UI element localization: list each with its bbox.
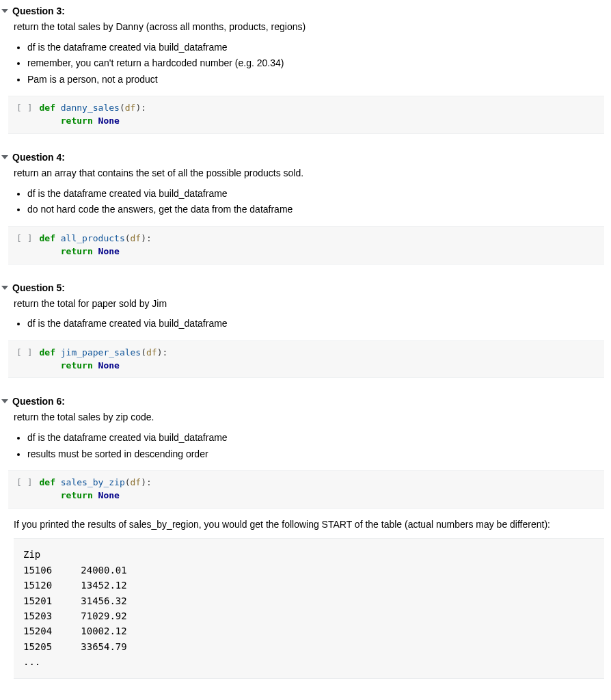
section-body: return the total for paper sold by Jimdf…	[14, 297, 604, 379]
section-body: return an array that contains the set of…	[14, 167, 604, 264]
section-body: return the total sales by zip code.df is…	[14, 411, 604, 678]
cell-execution-prompt[interactable]: [ ]	[16, 102, 39, 113]
caret-down-icon	[1, 155, 8, 159]
section-header[interactable]: Question 3:	[0, 0, 604, 16]
code-cell[interactable]: [ ]def sales_by_zip(df): return None	[8, 470, 604, 509]
keyword-def: def	[39, 477, 55, 487]
question-title: Question 5:	[12, 282, 65, 293]
keyword-def: def	[39, 103, 55, 113]
keyword-return: return	[61, 116, 93, 126]
bullet-list: df is the dataframe created via build_da…	[27, 187, 604, 217]
question-section: Question 6:return the total sales by zip…	[0, 390, 604, 678]
bullet-item: do not hard code the answers, get the da…	[27, 203, 604, 217]
code-content[interactable]: def sales_by_zip(df): return None	[39, 476, 151, 502]
cell-execution-prompt[interactable]: [ ]	[16, 347, 39, 358]
code-cell[interactable]: [ ]def danny_sales(df): return None	[8, 96, 604, 134]
question-title: Question 4:	[12, 152, 65, 163]
function-name: sales_by_zip	[61, 477, 125, 487]
function-name: all_products	[61, 233, 125, 243]
function-name: jim_paper_sales	[61, 347, 141, 358]
bullet-item: remember, you can't return a hardcoded n…	[27, 57, 604, 70]
sample-output: Zip 15106 24000.01 15120 13452.12 15201 …	[14, 538, 604, 678]
caret-down-icon	[1, 286, 8, 290]
keyword-def: def	[39, 347, 55, 358]
keyword-return: return	[61, 246, 93, 256]
builtin-none: None	[98, 246, 120, 256]
builtin-none: None	[98, 360, 120, 371]
bullet-item: df is the dataframe created via build_da…	[27, 187, 604, 201]
caret-down-icon	[1, 399, 8, 403]
caret-down-icon	[1, 9, 8, 13]
bullet-list: df is the dataframe created via build_da…	[27, 41, 604, 87]
question-description: return an array that contains the set of…	[14, 167, 604, 180]
builtin-none: None	[98, 116, 120, 126]
code-content[interactable]: def jim_paper_sales(df): return None	[39, 347, 167, 373]
bullet-item: df is the dataframe created via build_da…	[27, 431, 604, 445]
code-content[interactable]: def all_products(df): return None	[39, 232, 151, 258]
question-description: return the total sales by Danny (across …	[14, 21, 604, 34]
bullet-item: Pam is a person, not a product	[27, 73, 604, 87]
section-body: return the total sales by Danny (across …	[14, 21, 604, 134]
bullet-item: df is the dataframe created via build_da…	[27, 41, 604, 55]
section-header[interactable]: Question 5:	[0, 277, 604, 293]
keyword-return: return	[61, 360, 93, 371]
cell-execution-prompt[interactable]: [ ]	[16, 476, 39, 487]
code-cell[interactable]: [ ]def jim_paper_sales(df): return None	[8, 340, 604, 379]
section-header[interactable]: Question 6:	[0, 390, 604, 407]
param-name: df	[146, 347, 157, 358]
bullet-list: df is the dataframe created via build_da…	[27, 431, 604, 461]
param-name: df	[131, 477, 141, 487]
question-section: Question 5:return the total for paper so…	[0, 277, 604, 379]
question-title: Question 3:	[12, 5, 65, 16]
question-description: return the total for paper sold by Jim	[14, 297, 604, 311]
function-name: danny_sales	[61, 103, 120, 113]
output-note: If you printed the results of sales_by_r…	[14, 518, 604, 532]
bullet-item: df is the dataframe created via build_da…	[27, 317, 604, 331]
question-section: Question 4:return an array that contains…	[0, 146, 604, 264]
param-name: df	[131, 233, 141, 243]
code-content[interactable]: def danny_sales(df): return None	[39, 102, 146, 128]
code-cell[interactable]: [ ]def all_products(df): return None	[8, 226, 604, 265]
cell-execution-prompt[interactable]: [ ]	[16, 232, 39, 243]
param-name: df	[125, 103, 136, 113]
bullet-list: df is the dataframe created via build_da…	[27, 317, 604, 331]
keyword-return: return	[61, 490, 93, 500]
keyword-def: def	[39, 233, 55, 243]
question-description: return the total sales by zip code.	[14, 411, 604, 425]
builtin-none: None	[98, 490, 120, 500]
section-header[interactable]: Question 4:	[0, 146, 604, 163]
bullet-item: results must be sorted in descending ord…	[27, 448, 604, 461]
question-section: Question 3:return the total sales by Dan…	[0, 0, 604, 134]
question-title: Question 6:	[12, 396, 65, 407]
